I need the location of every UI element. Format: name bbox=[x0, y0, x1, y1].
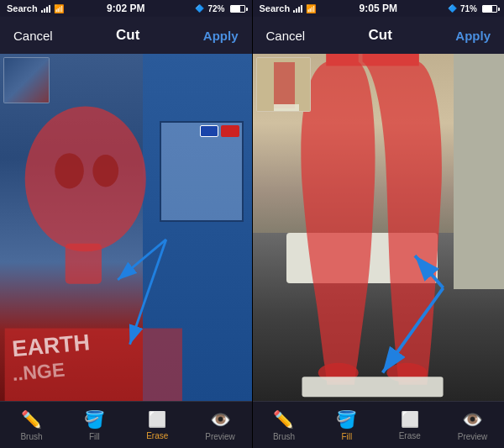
right-wall bbox=[454, 54, 504, 289]
right-status-right: 🔷 71% bbox=[448, 4, 497, 13]
mannequin-svg: EARTH ..NGE bbox=[0, 54, 252, 401]
left-signal-bars bbox=[41, 4, 50, 13]
left-toolbar-title: Cut bbox=[116, 27, 139, 44]
left-photo: EARTH ..NGE bbox=[0, 54, 252, 401]
brush-label: Brush bbox=[20, 432, 42, 441]
svg-rect-15 bbox=[274, 104, 299, 111]
left-battery-icon bbox=[230, 5, 245, 13]
right-pedestal bbox=[286, 233, 438, 283]
fill-icon: 🪣 bbox=[84, 409, 105, 430]
erase-label: Erase bbox=[146, 431, 168, 440]
left-tool-preview[interactable]: 👁️ Preview bbox=[197, 409, 244, 441]
rbar3 bbox=[298, 7, 300, 13]
left-wifi-icon: 📶 bbox=[54, 4, 64, 13]
right-tool-fill[interactable]: 🪣 Fill bbox=[323, 409, 370, 441]
right-wifi-icon: 📶 bbox=[306, 4, 316, 13]
right-tool-preview[interactable]: 👁️ Preview bbox=[449, 409, 496, 441]
left-panel: Search 📶 9:02 PM 🔷 72% Cancel Cut Apply bbox=[0, 0, 252, 448]
rbar1 bbox=[293, 10, 295, 13]
right-toolbar-title: Cut bbox=[369, 27, 392, 44]
right-brush-label: Brush bbox=[273, 432, 295, 441]
svg-point-2 bbox=[92, 155, 118, 187]
left-status-right: 🔷 72% bbox=[195, 4, 244, 13]
left-battery-pct: 72% bbox=[207, 4, 224, 13]
right-battery-pct: 71% bbox=[460, 4, 477, 13]
bar3 bbox=[46, 7, 48, 13]
right-cancel-button[interactable]: Cancel bbox=[266, 29, 306, 43]
right-panel: Search 📶 9:05 PM 🔷 71% Cancel Cut Apply bbox=[253, 0, 505, 448]
right-bottom-toolbar: ✏️ Brush 🪣 Fill ⬜ Erase 👁️ Preview bbox=[253, 401, 505, 448]
right-preview-icon: 👁️ bbox=[462, 409, 483, 430]
left-tool-erase[interactable]: ⬜ Erase bbox=[134, 410, 181, 440]
left-time: 9:02 PM bbox=[107, 3, 144, 14]
brush-icon: ✏️ bbox=[21, 409, 42, 430]
right-signal-bars bbox=[293, 4, 302, 13]
rbar2 bbox=[296, 8, 297, 13]
left-image-area: EARTH ..NGE bbox=[0, 54, 252, 401]
erase-icon: ⬜ bbox=[148, 410, 166, 429]
left-toolbar: Cancel Cut Apply bbox=[0, 17, 252, 54]
rbar4 bbox=[301, 5, 302, 13]
right-thumbnail bbox=[256, 57, 311, 112]
left-app-name: Search bbox=[7, 3, 38, 13]
left-battery-fill bbox=[231, 6, 241, 12]
right-toolbar: Cancel Cut Apply bbox=[253, 17, 505, 54]
left-cancel-button[interactable]: Cancel bbox=[13, 29, 53, 43]
preview-icon: 👁️ bbox=[210, 409, 231, 430]
left-bt-icon: 🔷 bbox=[195, 4, 204, 13]
left-status-bar: Search 📶 9:02 PM 🔷 72% bbox=[0, 0, 252, 17]
right-battery-icon bbox=[482, 5, 497, 13]
right-erase-label: Erase bbox=[399, 431, 421, 440]
left-thumb-inner bbox=[4, 58, 49, 103]
right-battery-fill bbox=[483, 6, 492, 12]
left-status-left: Search 📶 bbox=[7, 3, 64, 13]
preview-label: Preview bbox=[205, 432, 235, 441]
svg-point-0 bbox=[25, 106, 146, 251]
bar4 bbox=[49, 5, 50, 13]
svg-text:..NGE: ..NGE bbox=[11, 359, 66, 385]
right-fill-label: Fill bbox=[341, 432, 352, 441]
right-apply-button[interactable]: Apply bbox=[455, 29, 491, 43]
right-time: 9:05 PM bbox=[360, 3, 397, 14]
right-fill-icon: 🪣 bbox=[336, 409, 357, 430]
right-app-name: Search bbox=[260, 3, 291, 13]
svg-point-1 bbox=[55, 153, 84, 188]
right-erase-icon: ⬜ bbox=[401, 410, 419, 429]
left-tool-brush[interactable]: ✏️ Brush bbox=[8, 409, 55, 441]
left-thumbnail bbox=[3, 57, 50, 103]
right-status-bar: Search 📶 9:05 PM 🔷 71% bbox=[253, 0, 505, 17]
right-tool-brush[interactable]: ✏️ Brush bbox=[260, 409, 307, 441]
left-apply-button[interactable]: Apply bbox=[203, 29, 239, 43]
bar2 bbox=[44, 8, 45, 13]
right-thumb-svg bbox=[257, 58, 311, 112]
left-tool-fill[interactable]: 🪣 Fill bbox=[71, 409, 118, 441]
fill-label: Fill bbox=[89, 432, 100, 441]
right-bt-icon: 🔷 bbox=[448, 4, 457, 13]
right-image-area bbox=[253, 54, 505, 401]
right-status-left: Search 📶 bbox=[260, 3, 317, 13]
right-photo bbox=[253, 54, 505, 401]
right-preview-label: Preview bbox=[458, 432, 488, 441]
right-brush-icon: ✏️ bbox=[273, 409, 294, 430]
right-tool-erase[interactable]: ⬜ Erase bbox=[386, 410, 433, 440]
left-bottom-toolbar: ✏️ Brush 🪣 Fill ⬜ Erase 👁️ Preview bbox=[0, 401, 252, 448]
svg-rect-3 bbox=[66, 244, 102, 284]
svg-rect-10 bbox=[326, 54, 418, 66]
bar1 bbox=[41, 10, 43, 13]
